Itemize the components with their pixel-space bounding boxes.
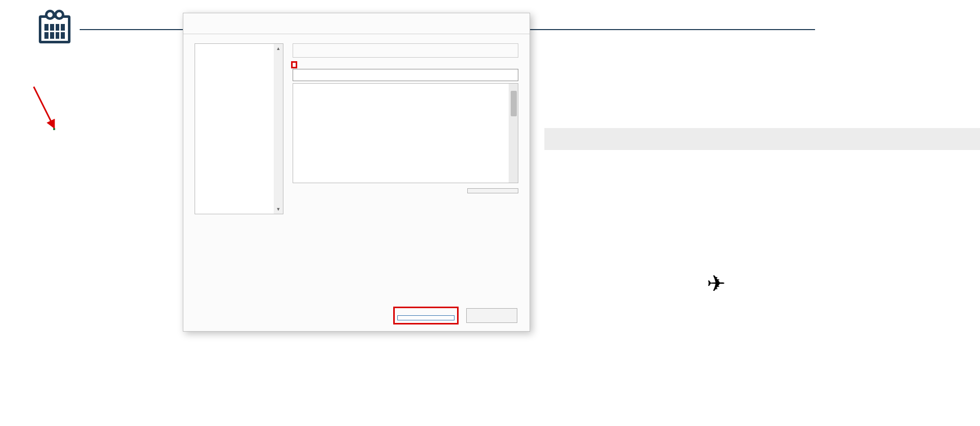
annotation-arrow xyxy=(31,84,57,130)
airplane-icon: ✈ xyxy=(707,270,726,296)
selected-row-background xyxy=(544,128,980,150)
scrollbar[interactable]: ▲▼ xyxy=(274,44,283,214)
format-cells-dialog: ▲▼ xyxy=(183,13,530,332)
svg-line-0 xyxy=(34,87,54,128)
dialog-titlebar xyxy=(183,13,530,34)
ok-button[interactable] xyxy=(397,315,455,320)
ok-highlight xyxy=(395,308,457,323)
tipo-highlight xyxy=(293,63,296,67)
excluir-button[interactable] xyxy=(467,188,518,193)
jan-data-grid[interactable] xyxy=(53,128,55,130)
cancel-button[interactable] xyxy=(466,308,517,323)
tipo-input[interactable] xyxy=(293,69,518,81)
scrollbar[interactable] xyxy=(509,84,518,183)
categoria-listbox[interactable]: ▲▼ xyxy=(195,43,283,214)
format-listbox[interactable] xyxy=(293,83,518,183)
calendar-icon xyxy=(39,15,70,43)
exemplo-group xyxy=(293,43,518,58)
exemplo-value xyxy=(298,48,513,52)
